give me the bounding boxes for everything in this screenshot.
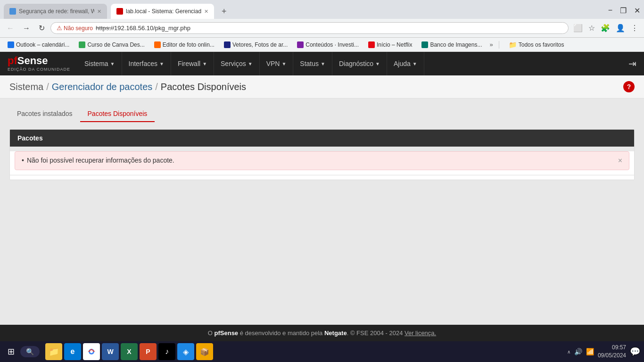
alert-close-button[interactable]: × <box>618 156 622 165</box>
taskbar-clock[interactable]: 09:57 09/05/2024 <box>598 344 626 360</box>
page-footer: O pfSense é desenvolvido e mantido pela … <box>0 325 644 341</box>
maximize-button[interactable]: ❐ <box>620 6 627 15</box>
all-favorites-label: Todos os favoritos <box>519 41 564 48</box>
taskbar-search[interactable]: 🔍 <box>20 346 40 357</box>
pfsense-navbar: pfSense EDIÇÃO DA COMUNIDADE Sistema ▼ I… <box>0 52 644 75</box>
bookmark-netflix[interactable]: Início – Netflix <box>364 41 416 49</box>
menu-button[interactable]: ⋮ <box>629 22 640 34</box>
minimize-button[interactable]: − <box>608 6 612 15</box>
bookmark-canva[interactable]: Curso de Canva Des... <box>75 41 148 49</box>
url-prefix: https:// <box>96 25 114 32</box>
not-secure-label: Não seguro <box>64 25 93 32</box>
new-tab-button[interactable]: + <box>218 7 231 16</box>
panel-footer-row <box>10 175 634 180</box>
address-bar[interactable]: ⚠ Não seguro https://192.168.56.10/pkg_m… <box>50 22 569 34</box>
bookmark-vetores-icon <box>224 41 231 48</box>
alert-content: • Não foi possível recuperar informações… <box>22 156 174 164</box>
pfsense-logo-text: pfSense <box>8 56 48 66</box>
nav-item-servicos[interactable]: Serviços ▼ <box>214 52 260 75</box>
nav-ajuda-caret: ▼ <box>413 61 417 66</box>
nav-item-vpn[interactable]: VPN ▼ <box>260 52 294 75</box>
breadcrumb-sep-1: / <box>46 82 49 92</box>
tab2-favicon <box>116 8 123 15</box>
nav-item-firewall[interactable]: Firewall ▼ <box>171 52 214 75</box>
url-path: /pkg_mgr.php <box>153 25 190 32</box>
translate-button[interactable]: ⬜ <box>571 22 585 34</box>
start-button[interactable]: ⊞ <box>4 343 18 361</box>
tab2-close[interactable]: ✕ <box>204 8 208 15</box>
footer-company: Netgate <box>324 329 347 337</box>
profile-button[interactable]: 👤 <box>614 22 627 34</box>
bookmark-editor-icon <box>154 41 161 48</box>
taskbar-app-edge[interactable]: e <box>64 343 81 360</box>
nav-item-interfaces[interactable]: Interfaces ▼ <box>122 52 171 75</box>
nav-diagnostico-caret: ▼ <box>375 61 380 66</box>
url-display: https://192.168.56.10/pkg_mgr.php <box>96 25 190 32</box>
footer-text-copy: . © FSE 2004 - 2024 <box>347 329 405 337</box>
taskbar-app-3d[interactable]: ◈ <box>177 343 194 360</box>
bookmark-outlook[interactable]: Outlook – calendári... <box>4 41 73 49</box>
bookmark-conteudos-label: Conteúdos · Investi... <box>305 41 359 48</box>
taskbar-app-explorer[interactable]: 📁 <box>45 343 62 360</box>
logo-sense: Sense <box>17 55 48 66</box>
reload-button[interactable]: ↻ <box>36 22 48 34</box>
bookmark-canva-icon <box>79 41 85 48</box>
taskbar-sound-icon[interactable]: 🔊 <box>574 348 582 355</box>
favorites-folder-icon: 📁 <box>509 41 517 49</box>
nav-sistema-label: Sistema <box>84 60 108 67</box>
taskbar-app-word[interactable]: W <box>102 343 119 360</box>
bookmark-button[interactable]: ☆ <box>586 22 597 34</box>
nav-vpn-label: VPN <box>266 60 280 67</box>
taskbar-app-tiktok[interactable]: ♪ <box>158 343 175 360</box>
bookmark-banco[interactable]: Banco de Imagens... <box>418 41 486 49</box>
nav-item-diagnostico[interactable]: Diagnóstico ▼ <box>332 52 387 75</box>
taskbar-app-ppt[interactable]: P <box>140 343 157 360</box>
taskbar-chevron-icon[interactable]: ∧ <box>567 349 570 354</box>
taskbar-time: 09:57 <box>598 344 626 352</box>
nav-interfaces-caret: ▼ <box>159 61 164 66</box>
all-favorites-button[interactable]: 📁 Todos os favoritos <box>505 40 568 49</box>
page-content: pfSense EDIÇÃO DA COMUNIDADE Sistema ▼ I… <box>0 52 644 341</box>
page-tab-nav: Pacotes instalados Pacotes Disponíveis <box>0 99 644 122</box>
taskbar-apps: 📁 e W X P ♪ ◈ 📦 <box>45 343 213 360</box>
taskbar-notification-icon[interactable]: 💬 <box>630 346 640 357</box>
breadcrumb: Sistema / Gerenciador de pacotes / Pacot… <box>9 82 246 92</box>
forward-button[interactable]: → <box>20 22 33 34</box>
browser-tab-2[interactable]: lab.local - Sistema: Gerenciado... ✕ <box>111 4 214 19</box>
breadcrumb-gerenciador[interactable]: Gerenciador de pacotes <box>52 82 152 92</box>
back-button[interactable]: ← <box>4 22 17 34</box>
bookmark-editor[interactable]: Editor de foto onlin... <box>150 41 218 49</box>
browser-tab-1[interactable]: Segurança de rede: firewall, W... ✕ <box>4 4 107 19</box>
logout-button[interactable]: ⇥ <box>621 58 644 69</box>
nav-item-status[interactable]: Status ▼ <box>293 52 332 75</box>
close-button[interactable]: ✕ <box>634 6 640 15</box>
tab1-label: Segurança de rede: firewall, W... <box>19 8 94 15</box>
nav-item-sistema[interactable]: Sistema ▼ <box>78 52 122 75</box>
bookmark-netflix-label: Início – Netflix <box>377 41 412 48</box>
tab-pacotes-disponiveis[interactable]: Pacotes Disponíveis <box>80 106 155 122</box>
nav-action-buttons: ⬜ ☆ 🧩 👤 ⋮ <box>571 22 640 34</box>
main-content: Sistema / Gerenciador de pacotes / Pacot… <box>0 75 644 325</box>
taskbar-app-excel[interactable]: X <box>121 343 138 360</box>
nav-status-caret: ▼ <box>321 61 325 66</box>
taskbar-app-chrome[interactable] <box>83 343 100 360</box>
bookmark-canva-label: Curso de Canva Des... <box>87 41 144 48</box>
taskbar: ⊞ 🔍 📁 e W X P ♪ ◈ 📦 ∧ 🔊 <box>0 341 644 362</box>
bookmark-conteudos[interactable]: Conteúdos · Investi... <box>293 41 363 49</box>
bookmark-vetores[interactable]: Vetores, Fotos de ar... <box>220 41 291 49</box>
pfsense-nav-items: Sistema ▼ Interfaces ▼ Firewall ▼ Serviç… <box>78 52 424 75</box>
tab-pacotes-instalados[interactable]: Pacotes instalados <box>9 106 80 122</box>
footer-text-middle: é desenvolvido e mantido pela <box>238 329 324 337</box>
tab1-close[interactable]: ✕ <box>97 8 101 15</box>
extensions-button[interactable]: 🧩 <box>599 22 612 34</box>
taskbar-network-icon[interactable]: 📶 <box>586 348 594 355</box>
footer-license-link[interactable]: Ver licença. <box>405 329 436 337</box>
help-button[interactable]: ? <box>623 81 635 92</box>
taskbar-app-files[interactable]: 📦 <box>196 343 213 360</box>
nav-item-ajuda[interactable]: Ajuda ▼ <box>387 52 424 75</box>
title-bar: Segurança de rede: firewall, W... ✕ lab.… <box>0 0 644 19</box>
url-domain: 192.168.56.10 <box>114 25 153 32</box>
more-bookmarks-button[interactable]: » <box>487 39 495 50</box>
breadcrumb-bar: Sistema / Gerenciador de pacotes / Pacot… <box>0 75 644 99</box>
bookmark-editor-label: Editor de foto onlin... <box>163 41 215 48</box>
